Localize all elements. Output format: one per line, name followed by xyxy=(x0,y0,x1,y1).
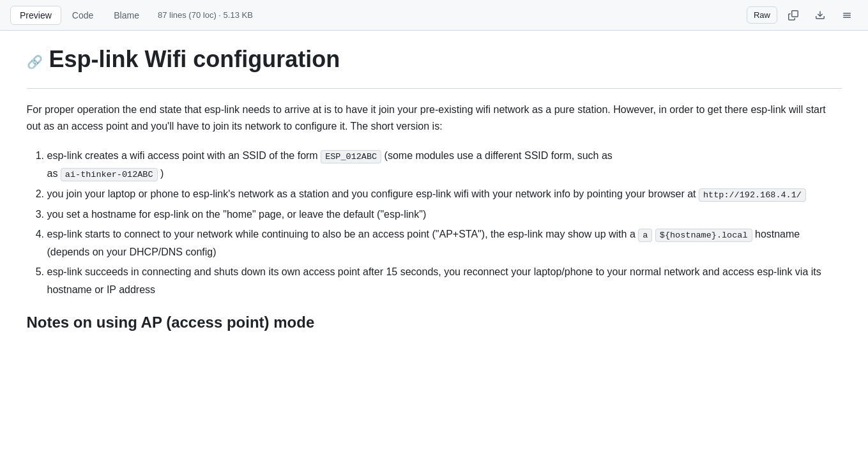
step1-text-before: esp-link creates a wifi access point wit… xyxy=(47,150,321,161)
steps-list: esp-link creates a wifi access point wit… xyxy=(27,147,842,298)
tab-blame[interactable]: Blame xyxy=(104,6,149,25)
download-icon xyxy=(815,10,825,20)
step2-code1: http://192.168.4.1/ xyxy=(699,188,806,202)
step3-text: you set a hostname for esp-link on the "… xyxy=(47,209,427,220)
main-content: 🔗 Esp-link Wifi configuration For proper… xyxy=(6,31,862,354)
step4-code2: ${hostname}.local xyxy=(655,229,752,242)
lines-icon xyxy=(842,10,852,20)
lines-button[interactable] xyxy=(836,6,858,24)
tab-preview[interactable]: Preview xyxy=(10,6,61,25)
anchor-icon[interactable]: 🔗 xyxy=(27,54,43,70)
copy-icon xyxy=(788,10,798,20)
intro-paragraph: For proper operation the end state that … xyxy=(27,102,842,134)
copy-button[interactable] xyxy=(782,6,804,24)
raw-button[interactable]: Raw xyxy=(747,6,777,24)
download-button[interactable] xyxy=(809,6,831,24)
section-heading: Notes on using AP (access point) mode xyxy=(27,314,842,334)
heading-divider xyxy=(27,88,842,89)
toolbar: Preview Code Blame 87 lines (70 loc) · 5… xyxy=(0,0,868,31)
step2-text-before: you join your laptop or phone to esp-lin… xyxy=(47,188,699,199)
tab-code[interactable]: Code xyxy=(63,6,103,25)
step1-code2: ai-thinker-012ABC xyxy=(61,168,158,181)
step1-text-after: ) xyxy=(158,168,164,179)
step4-text-before: esp-link starts to connect to your netwo… xyxy=(47,229,639,239)
list-item: esp-link succeeds in connecting and shut… xyxy=(47,263,842,298)
list-item: you set a hostname for esp-link on the "… xyxy=(47,206,842,223)
page-heading: 🔗 Esp-link Wifi configuration xyxy=(27,46,842,78)
step1-code1: ESP_012ABC xyxy=(321,150,381,163)
file-info: 87 lines (70 loc) · 5.13 KB xyxy=(158,10,253,20)
list-item: you join your laptop or phone to esp-lin… xyxy=(47,185,842,203)
toolbar-right: Raw xyxy=(747,6,858,24)
step4-code1: a xyxy=(638,229,652,242)
list-item: esp-link creates a wifi access point wit… xyxy=(47,147,842,183)
step5-text: esp-link succeeds in connecting and shut… xyxy=(47,266,821,294)
list-item: esp-link starts to connect to your netwo… xyxy=(47,225,842,261)
step1-as-label: as xyxy=(47,168,61,179)
page-title: Esp-link Wifi configuration xyxy=(49,46,340,78)
toolbar-left: Preview Code Blame 87 lines (70 loc) · 5… xyxy=(10,6,253,25)
